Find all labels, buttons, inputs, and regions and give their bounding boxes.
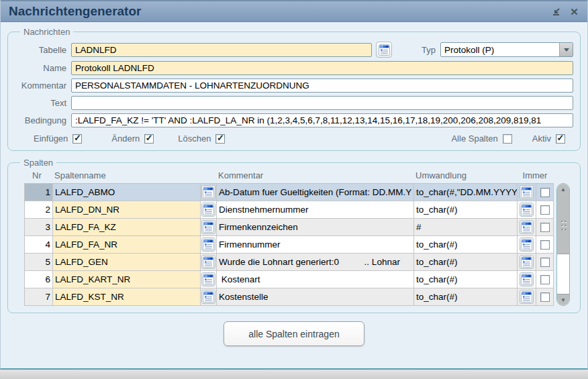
cell-umwandlung[interactable]: to_char(#) xyxy=(414,271,518,288)
cell-spaltenname[interactable]: LALFD_ABMO xyxy=(53,184,201,201)
kommentar-detail-button[interactable] xyxy=(201,255,215,269)
triangle-down-icon: ▼ xyxy=(560,297,566,303)
typ-dropdown-button[interactable] xyxy=(559,43,573,56)
desktop-strip xyxy=(0,370,588,379)
kommentar-detail-button[interactable] xyxy=(201,290,215,304)
clipboard-icon xyxy=(203,221,214,233)
header-umwandlung: Umwandlung xyxy=(413,170,517,180)
cell-umwandlung[interactable]: # xyxy=(414,219,518,236)
kommentar-input[interactable] xyxy=(71,78,573,93)
umwandlung-detail-button[interactable] xyxy=(520,255,534,269)
scroll-down-button[interactable]: ▼ xyxy=(557,294,569,305)
table-scrollbar[interactable]: ▲ ▼ xyxy=(556,183,570,306)
loeschen-flag: Löschen xyxy=(178,133,225,144)
clipboard-icon xyxy=(203,274,214,285)
tabelle-input[interactable] xyxy=(71,43,372,57)
name-label: Name xyxy=(15,63,71,73)
cell-nr: 4 xyxy=(25,236,53,254)
umwandlung-detail-button[interactable] xyxy=(520,237,534,252)
cell-kommentar[interactable]: Kostenart xyxy=(217,271,414,288)
cell-spaltenname[interactable]: LALFD_KST_NR xyxy=(53,288,201,306)
table-row[interactable]: 2 LALFD_DN_NR Dienstnehmernummer to_char… xyxy=(25,201,554,219)
cell-kommentar[interactable]: Ab-Datum fuer Gueltigkeiten (Format: DD.… xyxy=(217,184,414,201)
umwandlung-detail-button[interactable] xyxy=(520,220,534,234)
tabelle-detail-button[interactable] xyxy=(376,42,392,58)
cell-umwandlung[interactable]: to_char(#) xyxy=(414,236,518,254)
cell-spaltenname[interactable]: LALFD_KART_NR xyxy=(53,271,201,288)
table-row[interactable]: 5 LALFD_GEN Wurde die Lohnart generiert:… xyxy=(25,254,554,271)
cell-spaltenname[interactable]: LALFD_FA_KZ xyxy=(53,219,201,236)
cell-umwandlung[interactable]: to_char(#) xyxy=(414,201,518,219)
cell-spaltenname[interactable]: LALFD_DN_NR xyxy=(53,201,201,219)
table-row[interactable]: 3 LALFD_FA_KZ Firmenkennzeichen # xyxy=(25,219,554,236)
cell-kommentar[interactable]: Kostenstelle xyxy=(217,288,414,306)
cell-umwandlung[interactable]: to_char(#) xyxy=(414,288,518,306)
header-kommentar: Kommentar xyxy=(216,170,413,180)
table-row[interactable]: 6 LALFD_KART_NR Kostenart to_char(#) xyxy=(25,271,554,288)
umwandlung-detail-button[interactable] xyxy=(520,272,534,286)
kommentar-detail-button[interactable] xyxy=(201,237,215,252)
loeschen-checkbox[interactable] xyxy=(215,134,225,144)
bedingung-input[interactable] xyxy=(71,113,573,127)
close-icon[interactable]: ✕ xyxy=(569,7,579,17)
chevron-down-icon xyxy=(564,48,569,52)
cell-umwandlung[interactable]: to_char(#,"DD.MM.YYYY xyxy=(414,184,518,201)
cell-kommentar[interactable]: Dienstnehmernummer xyxy=(217,201,414,219)
scroll-thumb[interactable] xyxy=(557,195,569,254)
cell-kommentar[interactable]: Firmennummer xyxy=(217,236,414,254)
immer-checkbox[interactable] xyxy=(540,205,550,215)
alle-spalten-flag: Alle Spalten xyxy=(451,133,511,144)
einfuegen-checkbox[interactable] xyxy=(72,134,82,144)
table-row[interactable]: 7 LALFD_KST_NR Kostenstelle to_char(#) xyxy=(25,288,554,306)
cell-nr: 3 xyxy=(25,219,53,236)
scroll-up-button[interactable]: ▲ xyxy=(557,184,569,195)
spalten-legend: Spalten xyxy=(20,158,56,168)
aktiv-label: Aktiv xyxy=(532,133,551,144)
nachrichten-group: Nachrichten Tabelle Typ Protokoll (P) Na… xyxy=(7,27,581,151)
name-input[interactable] xyxy=(71,61,573,75)
immer-checkbox[interactable] xyxy=(540,292,550,302)
alle-spalten-eintragen-button[interactable]: alle Spalten eintragen xyxy=(224,321,364,346)
umwandlung-detail-button[interactable] xyxy=(520,203,534,217)
table-body: 1 LALFD_ABMO Ab-Datum fuer Gueltigkeiten… xyxy=(24,183,554,306)
umwandlung-detail-button[interactable] xyxy=(520,290,534,304)
immer-checkbox[interactable] xyxy=(540,223,550,232)
tabelle-label: Tabelle xyxy=(15,45,71,55)
text-input[interactable] xyxy=(71,96,573,110)
name-row: Name xyxy=(15,61,573,75)
clipboard-icon xyxy=(521,221,532,233)
cell-umwandlung[interactable]: to_char(#) xyxy=(414,254,518,271)
header-nr: Nr xyxy=(24,170,52,180)
clipboard-icon xyxy=(521,204,532,215)
immer-checkbox[interactable] xyxy=(540,188,550,197)
table-row[interactable]: 1 LALFD_ABMO Ab-Datum fuer Gueltigkeiten… xyxy=(25,184,554,201)
window-body: Nachrichten Tabelle Typ Protokoll (P) Na… xyxy=(1,22,587,346)
alle-spalten-checkbox[interactable] xyxy=(503,134,512,144)
collapse-window-icon[interactable] xyxy=(551,7,561,17)
spalten-group: Spalten Nr Spaltenname Kommentar Umwandl… xyxy=(7,158,581,313)
typ-label: Typ xyxy=(422,45,440,55)
immer-checkbox[interactable] xyxy=(540,240,550,250)
cell-kommentar[interactable]: Firmenkennzeichen xyxy=(217,219,414,236)
cell-nr: 5 xyxy=(25,254,53,271)
cell-spaltenname[interactable]: LALFD_GEN xyxy=(53,254,201,271)
kommentar-detail-button[interactable] xyxy=(201,203,215,217)
kommentar-detail-button[interactable] xyxy=(201,185,215,199)
typ-dropdown-value: Protokoll (P) xyxy=(441,45,559,55)
kommentar-detail-button[interactable] xyxy=(201,272,215,286)
aendern-checkbox[interactable] xyxy=(144,134,154,144)
typ-dropdown[interactable]: Protokoll (P) xyxy=(440,42,573,57)
immer-checkbox[interactable] xyxy=(540,275,550,284)
cell-spaltenname[interactable]: LALFD_FA_NR xyxy=(53,236,201,254)
table-row[interactable]: 4 LALFD_FA_NR Firmennummer to_char(#) xyxy=(25,236,554,254)
cell-nr: 6 xyxy=(25,271,53,288)
title-bar: Nachrichtengenerator ✕ xyxy=(1,0,587,22)
aktiv-checkbox[interactable] xyxy=(556,134,565,144)
clipboard-icon xyxy=(203,204,214,215)
cell-kommentar[interactable]: Wurde die Lohnart generiert:0 .. Lohnar xyxy=(217,254,414,271)
aendern-flag: Ändern xyxy=(111,133,154,144)
app-window: Nachrichtengenerator ✕ Nachrichten Tabel… xyxy=(0,0,588,370)
immer-checkbox[interactable] xyxy=(540,258,550,267)
umwandlung-detail-button[interactable] xyxy=(520,185,534,199)
kommentar-detail-button[interactable] xyxy=(201,220,215,234)
